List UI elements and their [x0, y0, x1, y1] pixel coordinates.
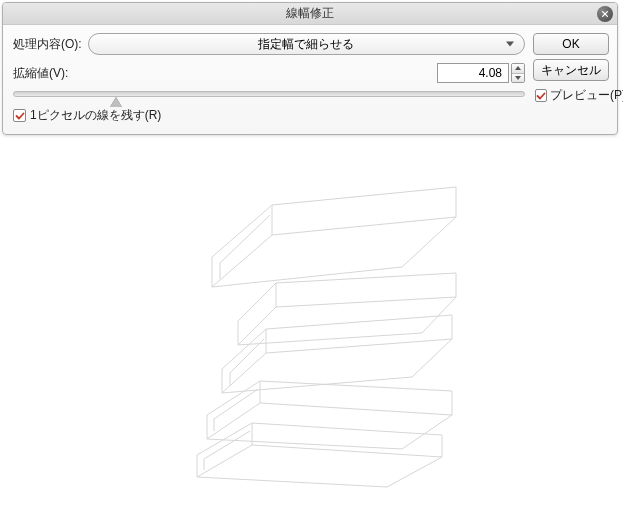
process-row: 処理内容(O): 指定幅で細らせる	[13, 33, 525, 55]
preview-label: プレビュー(P)	[550, 87, 623, 104]
scale-label: 拡縮値(V):	[13, 65, 68, 82]
close-icon	[601, 10, 609, 18]
close-button[interactable]	[597, 6, 613, 22]
check-icon	[15, 111, 25, 121]
process-select[interactable]: 指定幅で細らせる	[88, 33, 525, 55]
chevron-down-icon	[506, 42, 514, 47]
slider-track[interactable]	[13, 91, 525, 97]
process-select-value: 指定幅で細らせる	[258, 36, 354, 53]
check-icon	[536, 91, 546, 101]
slider-thumb[interactable]	[110, 97, 122, 107]
keep-1px-checkbox[interactable]	[13, 109, 26, 122]
scale-slider[interactable]	[13, 91, 525, 97]
side-panel: OK キャンセル プレビュー(P)	[533, 33, 609, 124]
books-illustration	[152, 157, 472, 517]
keep-1px-row: 1ピクセルの線を残す(R)	[13, 107, 525, 124]
preview-checkbox[interactable]	[535, 89, 547, 102]
scale-input[interactable]	[437, 63, 509, 83]
keep-1px-label: 1ピクセルの線を残す(R)	[30, 107, 161, 124]
stepper-up[interactable]	[512, 64, 524, 74]
stepper-down[interactable]	[512, 74, 524, 83]
dialog-title: 線幅修正	[286, 5, 334, 22]
titlebar: 線幅修正	[3, 3, 617, 25]
process-label: 処理内容(O):	[13, 36, 82, 53]
main-panel: 処理内容(O): 指定幅で細らせる 拡縮値(V):	[13, 33, 525, 124]
line-width-correction-dialog: 線幅修正 処理内容(O): 指定幅で細らせる 拡縮値(V):	[2, 2, 618, 135]
triangle-up-icon	[515, 66, 521, 70]
triangle-down-icon	[515, 76, 521, 80]
scale-stepper[interactable]	[511, 63, 525, 83]
preview-row: プレビュー(P)	[533, 87, 609, 104]
dialog-body: 処理内容(O): 指定幅で細らせる 拡縮値(V):	[3, 25, 617, 134]
ok-button[interactable]: OK	[533, 33, 609, 55]
cancel-button[interactable]: キャンセル	[533, 59, 609, 81]
canvas-preview	[0, 150, 623, 524]
scale-row: 拡縮値(V):	[13, 63, 525, 83]
